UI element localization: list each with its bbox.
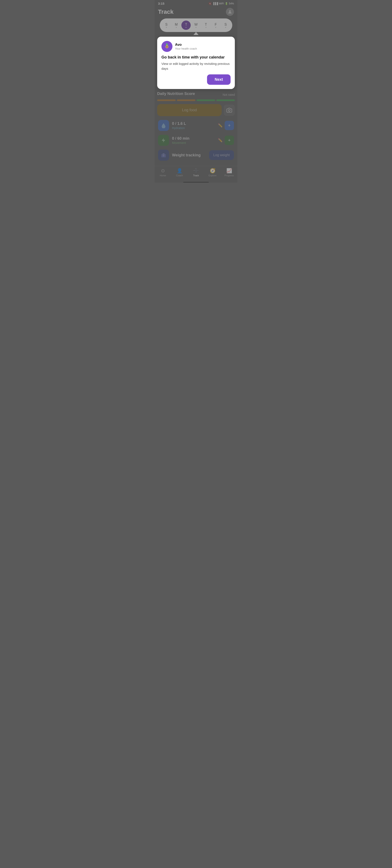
next-button[interactable]: Next <box>207 74 230 85</box>
modal-overlay <box>155 0 237 183</box>
avo-avatar <box>162 41 172 52</box>
tooltip-card: Avo Your health coach Go back in time wi… <box>157 37 235 89</box>
tooltip-description: View or edit logged activity by revisiti… <box>162 61 230 71</box>
coach-name: Avo <box>175 42 197 47</box>
coach-subtitle: Your health coach <box>175 47 197 50</box>
svg-point-3 <box>165 45 168 48</box>
tooltip-header: Avo Your health coach <box>162 41 230 52</box>
tooltip-footer: Next <box>162 74 230 85</box>
svg-point-4 <box>166 46 167 47</box>
coach-info: Avo Your health coach <box>175 42 197 50</box>
tooltip-body: Go back in time with your calendar View … <box>162 55 230 71</box>
tooltip-heading: Go back in time with your calendar <box>162 55 230 60</box>
svg-point-5 <box>167 46 168 47</box>
